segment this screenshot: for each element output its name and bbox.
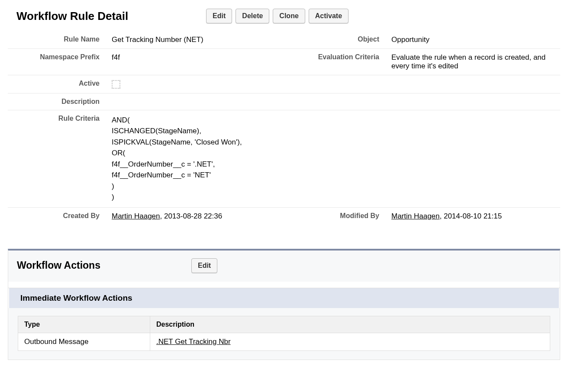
detail-button-group: Edit Delete Clone Activate <box>206 9 349 23</box>
modified-by-user-link[interactable]: Martin Haagen <box>391 212 440 220</box>
value-rule-criteria: AND( ISCHANGED(StageName), ISPICKVAL(Sta… <box>107 110 560 207</box>
label-created-by: Created By <box>8 207 107 225</box>
clone-button[interactable]: Clone <box>273 9 305 23</box>
value-modified-by: Martin Haagen, 2014-08-10 21:15 <box>387 207 560 225</box>
page-title: Workflow Rule Detail <box>16 10 128 23</box>
rule-criteria-text: AND( ISCHANGED(StageName), ISPICKVAL(Sta… <box>112 115 556 203</box>
value-object: Opportunity <box>387 31 560 49</box>
workflow-actions-title: Workflow Actions <box>17 260 100 271</box>
value-description <box>107 93 287 110</box>
activate-button[interactable]: Activate <box>309 9 349 23</box>
workflow-actions-header: Workflow Actions Edit <box>8 251 560 282</box>
immediate-actions-table: Type Description Outbound Message .NET G… <box>18 316 550 351</box>
label-description: Description <box>8 93 107 110</box>
immediate-actions-title: Immediate Workflow Actions <box>9 288 559 308</box>
table-row: Outbound Message .NET Get Tracking Nbr <box>18 333 550 350</box>
cell-type: Outbound Message <box>18 333 150 350</box>
detail-table: Rule Name Get Tracking Number (NET) Obje… <box>8 31 560 225</box>
value-active <box>107 75 287 93</box>
col-type: Type <box>18 316 150 333</box>
detail-header: Workflow Rule Detail Edit Delete Clone A… <box>16 9 560 23</box>
col-description: Description <box>150 316 550 333</box>
label-object: Object <box>287 31 387 49</box>
label-rule-name: Rule Name <box>8 31 107 49</box>
actions-edit-button[interactable]: Edit <box>191 258 217 273</box>
value-created-by: Martin Haagen, 2013-08-28 22:36 <box>107 207 287 225</box>
label-rule-criteria: Rule Criteria <box>8 110 107 207</box>
label-active: Active <box>8 75 107 93</box>
active-checkbox-icon <box>112 80 120 89</box>
value-evaluation-criteria: Evaluate the rule when a record is creat… <box>387 49 560 75</box>
label-evaluation-criteria: Evaluation Criteria <box>287 49 387 75</box>
edit-button[interactable]: Edit <box>206 9 232 23</box>
workflow-actions-section: Workflow Actions Edit Immediate Workflow… <box>8 249 560 360</box>
value-namespace-prefix: f4f <box>107 49 287 75</box>
immediate-actions-section: Immediate Workflow Actions Type Descript… <box>8 288 560 360</box>
action-description-link[interactable]: .NET Get Tracking Nbr <box>156 337 231 346</box>
value-rule-name: Get Tracking Number (NET) <box>107 31 287 49</box>
created-by-user-link[interactable]: Martin Haagen <box>112 212 160 220</box>
created-by-date: , 2013-08-28 22:36 <box>160 212 223 220</box>
delete-button[interactable]: Delete <box>236 9 269 23</box>
label-modified-by: Modified By <box>287 207 387 225</box>
label-namespace-prefix: Namespace Prefix <box>8 49 107 75</box>
cell-description: .NET Get Tracking Nbr <box>150 333 550 350</box>
modified-by-date: , 2014-08-10 21:15 <box>440 212 502 220</box>
